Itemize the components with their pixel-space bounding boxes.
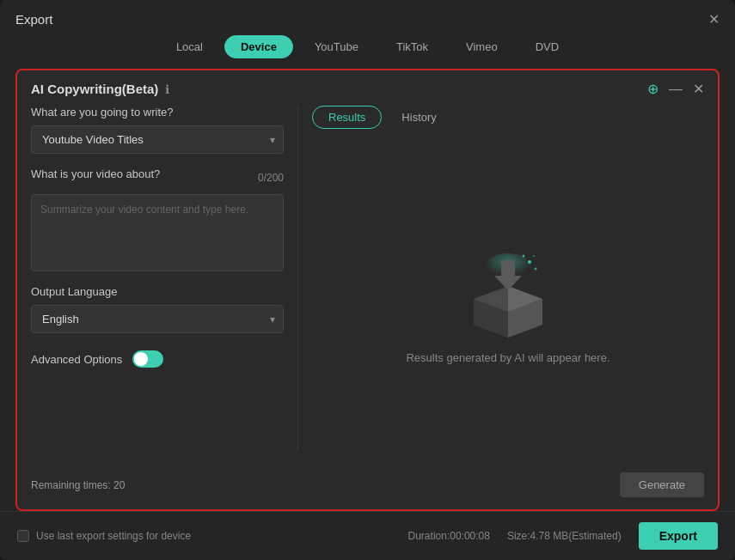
- last-settings-checkbox[interactable]: [17, 530, 29, 542]
- write-label: What are you going to write?: [31, 106, 284, 119]
- info-icon[interactable]: ℹ: [165, 82, 169, 96]
- left-panel: What are you going to write? Youtube Vid…: [31, 106, 297, 464]
- tab-dvd[interactable]: DVD: [519, 35, 575, 58]
- tab-local[interactable]: Local: [160, 35, 219, 58]
- write-select[interactable]: Youtube Video Titles Video Descriptions …: [31, 125, 284, 154]
- tab-results[interactable]: Results: [312, 106, 382, 129]
- ai-panel-actions: ⊕ — ✕: [647, 81, 704, 97]
- checkbox-row: Use last export settings for device: [17, 530, 191, 542]
- ai-panel-body: What are you going to write? Youtube Vid…: [17, 106, 718, 464]
- last-settings-label: Use last export settings for device: [36, 530, 191, 542]
- ai-panel-title-group: AI Copywriting(Beta) ℹ: [31, 82, 169, 96]
- tab-device[interactable]: Device: [224, 35, 293, 58]
- advanced-options-row: Advanced Options: [31, 350, 284, 368]
- svg-point-10: [533, 255, 535, 257]
- minimize-button[interactable]: —: [669, 82, 683, 97]
- video-label: What is your video about?: [31, 167, 160, 180]
- generate-button[interactable]: Generate: [620, 472, 704, 497]
- bottom-right: Duration:00:00:08 Size:4.78 MB(Estimated…: [408, 522, 718, 550]
- svg-point-9: [523, 254, 525, 257]
- ai-panel-title: AI Copywriting(Beta): [31, 82, 158, 96]
- panel-footer: Remaining times: 20 Generate: [17, 464, 718, 509]
- toggle-thumb: [134, 352, 148, 366]
- write-select-wrapper: Youtube Video Titles Video Descriptions …: [31, 125, 284, 154]
- window-close-button[interactable]: ✕: [708, 13, 720, 27]
- pin-button[interactable]: ⊕: [647, 81, 658, 97]
- output-label: Output Language: [31, 285, 284, 298]
- right-panel: Results History: [298, 106, 704, 464]
- close-panel-button[interactable]: ✕: [693, 81, 704, 97]
- output-select[interactable]: English Spanish French German Japanese C…: [31, 305, 284, 333]
- tab-bar: Local Device YouTube TikTok Vimeo DVD: [0, 35, 735, 69]
- results-body: Results generated by AI will appear here…: [312, 143, 704, 464]
- title-bar: Export ✕: [0, 0, 735, 35]
- export-window: Export ✕ Local Device YouTube TikTok Vim…: [0, 0, 735, 560]
- svg-point-8: [535, 267, 537, 270]
- advanced-toggle[interactable]: [132, 350, 163, 368]
- content-area: AI Copywriting(Beta) ℹ ⊕ — ✕ What are yo…: [0, 69, 735, 511]
- remaining-text: Remaining times: 20: [31, 479, 125, 491]
- video-textarea[interactable]: [31, 194, 284, 271]
- ai-placeholder-image: [456, 243, 560, 338]
- duration-text: Duration:00:00:08: [408, 530, 490, 542]
- char-count: 0/200: [258, 172, 284, 184]
- video-label-row: What is your video about? 0/200: [31, 167, 284, 187]
- advanced-label: Advanced Options: [31, 353, 122, 366]
- tab-tiktok[interactable]: TikTok: [380, 35, 444, 58]
- size-text: Size:4.78 MB(Estimated): [507, 530, 622, 542]
- results-placeholder-text: Results generated by AI will appear here…: [406, 351, 609, 364]
- ai-panel-header: AI Copywriting(Beta) ℹ ⊕ — ✕: [17, 70, 718, 106]
- window-title: Export: [15, 12, 52, 27]
- svg-point-7: [528, 260, 531, 264]
- output-select-wrapper: English Spanish French German Japanese C…: [31, 305, 284, 333]
- bottom-bar: Use last export settings for device Dura…: [0, 511, 735, 560]
- tab-history[interactable]: History: [385, 106, 452, 129]
- results-tabs: Results History: [312, 106, 704, 129]
- ai-panel: AI Copywriting(Beta) ℹ ⊕ — ✕ What are yo…: [15, 69, 720, 511]
- tab-vimeo[interactable]: Vimeo: [450, 35, 514, 58]
- tab-youtube[interactable]: YouTube: [298, 35, 375, 58]
- export-button[interactable]: Export: [639, 522, 718, 550]
